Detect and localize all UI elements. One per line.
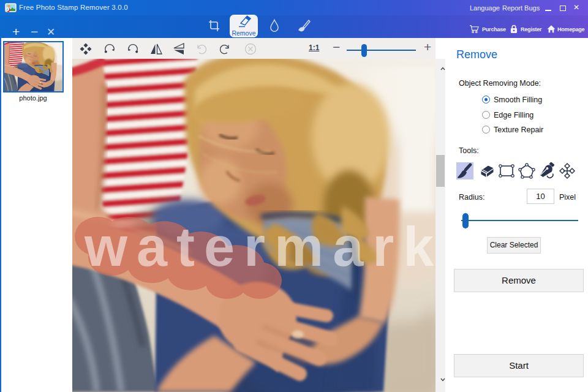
- svg-text:watermark: watermark: [84, 216, 435, 277]
